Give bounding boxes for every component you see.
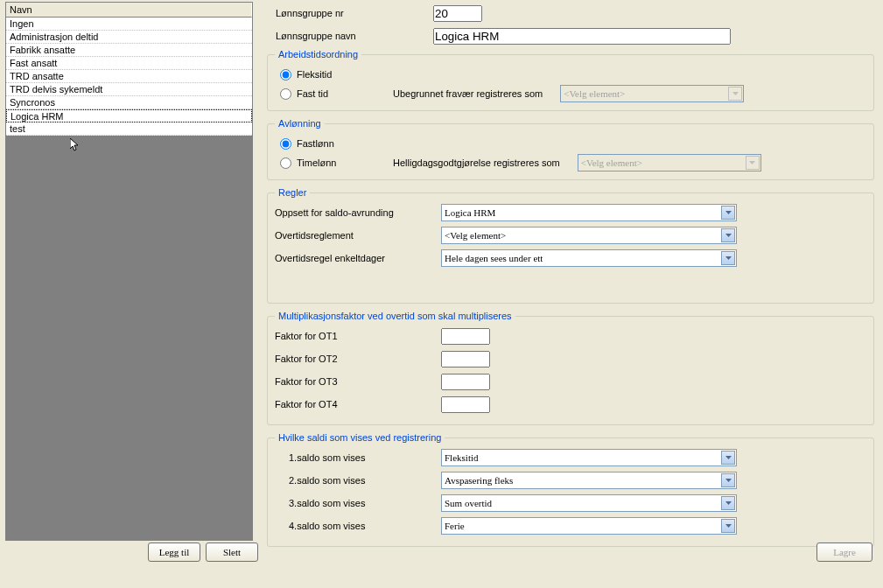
overtid-combo[interactable]: <Velg element> xyxy=(441,227,737,244)
enkeltdager-label: Overtidsregel enkeltdager xyxy=(275,253,441,263)
chevron-down-icon[interactable] xyxy=(721,228,735,242)
f1-label: Faktor for OT1 xyxy=(275,331,441,341)
grid-row[interactable]: test xyxy=(6,122,252,136)
grid-row[interactable]: Fabrikk ansatte xyxy=(6,44,252,57)
oppsett-combo[interactable]: Logica HRM xyxy=(441,204,737,221)
chevron-down-icon xyxy=(746,156,760,170)
grid-row[interactable]: Fast ansatt xyxy=(6,57,252,70)
f2-label: Faktor for OT2 xyxy=(275,354,441,364)
lonnsgruppe-navn-label: Lønnsgruppe navn xyxy=(267,31,433,41)
mult-group: Multiplikasjonsfaktor ved overtid som sk… xyxy=(267,311,874,425)
chevron-down-icon xyxy=(728,87,742,101)
fast-tid-radio[interactable] xyxy=(280,88,291,100)
grid-row[interactable]: Ingen xyxy=(6,18,252,31)
grid-row[interactable]: Syncronos xyxy=(6,96,252,109)
fastlonn-label: Fastlønn xyxy=(297,138,334,149)
s2-combo[interactable]: Avspasering fleks xyxy=(441,472,737,489)
chevron-down-icon[interactable] xyxy=(721,519,735,533)
avlonning-legend: Avlønning xyxy=(275,118,325,129)
f1-field[interactable] xyxy=(441,328,490,345)
grid-header: Navn xyxy=(6,3,252,18)
chevron-down-icon[interactable] xyxy=(721,496,735,510)
chevron-down-icon[interactable] xyxy=(721,451,735,465)
regler-legend: Regler xyxy=(275,187,310,198)
ubegrunnet-label: Ubegrunnet fravær registreres som xyxy=(393,88,543,99)
grid-body: IngenAdministrasjon deltidFabrikk ansatt… xyxy=(6,18,252,136)
fleksitid-label: Fleksitid xyxy=(297,69,332,80)
ubegrunnet-combo: <Velg element> xyxy=(560,85,744,102)
name-grid[interactable]: Navn IngenAdministrasjon deltidFabrikk a… xyxy=(5,2,253,541)
timelonn-radio[interactable] xyxy=(280,158,291,169)
saldi-legend: Hvilke saldi som vises ved registrering xyxy=(275,432,445,443)
f3-label: Faktor for OT3 xyxy=(275,376,441,387)
oppsett-label: Oppsett for saldo-avrunding xyxy=(275,207,441,218)
left-pane: Navn IngenAdministrasjon deltidFabrikk a… xyxy=(0,0,256,542)
saldi-group: Hvilke saldi som vises ved registrering … xyxy=(267,432,874,547)
timelonn-label: Timelønn xyxy=(297,158,349,168)
s3-combo[interactable]: Sum overtid xyxy=(441,494,737,512)
s2-label: 2.saldo som vises xyxy=(275,475,441,486)
legg-til-button[interactable]: Legg til xyxy=(148,542,200,562)
right-pane: Lønnsgruppe nr Lønnsgruppe navn Arbeidst… xyxy=(256,0,883,542)
s4-label: 4.saldo som vises xyxy=(275,521,441,531)
f2-field[interactable] xyxy=(441,351,490,368)
avlonning-group: Avlønning Fastlønn Timelønn Helligdagsgo… xyxy=(267,118,874,180)
grid-row[interactable]: TRD delvis sykemeldt xyxy=(6,83,252,96)
s1-combo[interactable]: Fleksitid xyxy=(441,449,737,466)
overtid-label: Overtidsreglement xyxy=(275,230,441,241)
f4-label: Faktor for OT4 xyxy=(275,399,441,410)
chevron-down-icon[interactable] xyxy=(721,206,735,220)
s4-combo[interactable]: Ferie xyxy=(441,517,737,535)
f3-field[interactable] xyxy=(441,374,490,390)
grid-row[interactable]: TRD ansatte xyxy=(6,70,252,83)
slett-button[interactable]: Slett xyxy=(206,542,258,562)
lonnsgruppe-navn-field[interactable] xyxy=(433,28,731,45)
fleksitid-radio[interactable] xyxy=(280,69,291,80)
chevron-down-icon[interactable] xyxy=(721,473,735,487)
f4-field[interactable] xyxy=(441,396,490,413)
grid-row[interactable]: Logica HRM xyxy=(6,109,252,122)
s1-label: 1.saldo som vises xyxy=(275,452,441,463)
mult-legend: Multiplikasjonsfaktor ved overtid som sk… xyxy=(275,311,515,321)
arbeidstidsordning-group: Arbeidstidsordning Fleksitid Fast tid Ub… xyxy=(267,49,874,111)
lonnsgruppe-nr-field xyxy=(433,5,482,22)
helligdag-combo: <Velg element> xyxy=(578,154,761,172)
lonnsgruppe-nr-label: Lønnsgruppe nr xyxy=(267,8,433,18)
arbeidstidsordning-legend: Arbeidstidsordning xyxy=(275,49,361,60)
lagre-button[interactable]: Lagre xyxy=(816,542,872,562)
grid-row[interactable]: Administrasjon deltid xyxy=(6,31,252,44)
regler-group: Regler Oppsett for saldo-avrunding Logic… xyxy=(267,187,874,304)
s3-label: 3.saldo som vises xyxy=(275,498,441,508)
fastlonn-radio[interactable] xyxy=(280,138,291,150)
helligdag-label: Helligdagsgodtgjørelse registreres som xyxy=(393,158,560,168)
chevron-down-icon[interactable] xyxy=(721,251,735,265)
fast-tid-label: Fast tid xyxy=(297,88,349,99)
enkeltdager-combo[interactable]: Hele dagen sees under ett xyxy=(441,249,737,267)
